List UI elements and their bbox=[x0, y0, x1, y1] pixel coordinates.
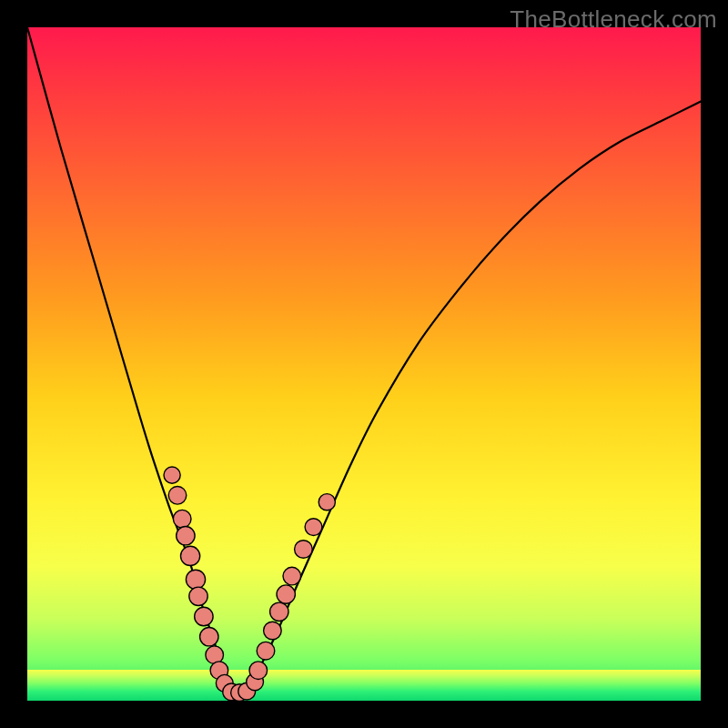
bead-point bbox=[181, 546, 200, 565]
chart-frame: TheBottleneck.com bbox=[0, 0, 728, 728]
bead-point bbox=[264, 622, 282, 640]
bead-point bbox=[177, 527, 195, 545]
bead-point bbox=[200, 628, 218, 646]
bead-point bbox=[305, 519, 322, 536]
bead-point bbox=[270, 602, 288, 621]
bead-markers bbox=[164, 467, 335, 701]
chart-svg bbox=[27, 27, 701, 701]
bead-point bbox=[168, 487, 187, 505]
bead-point bbox=[249, 662, 268, 680]
curve-line bbox=[27, 27, 701, 701]
bead-point bbox=[318, 494, 335, 511]
bead-point bbox=[173, 510, 191, 528]
bead-point bbox=[164, 467, 180, 483]
plot-area bbox=[27, 27, 701, 701]
bead-point bbox=[295, 541, 313, 559]
bead-point bbox=[189, 587, 207, 605]
bead-point bbox=[257, 642, 275, 660]
bead-point bbox=[277, 585, 295, 603]
bead-point bbox=[195, 607, 213, 625]
bead-point bbox=[283, 567, 301, 585]
bead-point bbox=[186, 570, 205, 589]
